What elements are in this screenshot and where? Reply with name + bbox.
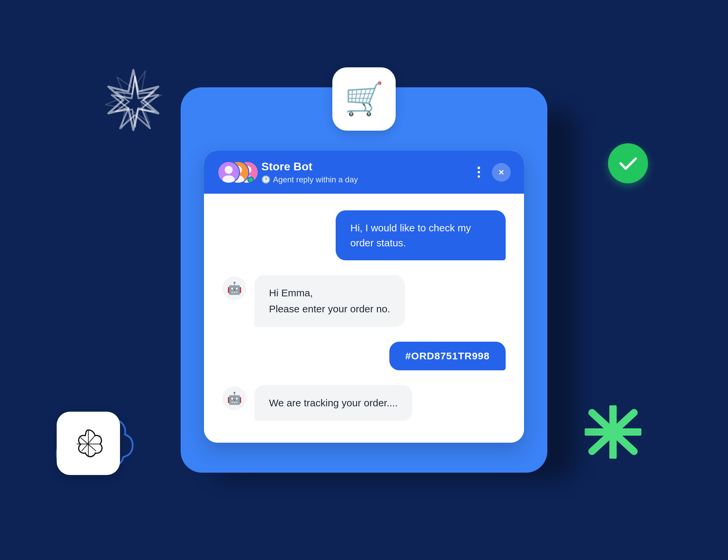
cart-emoji: 🛒 <box>344 80 384 118</box>
chat-header-left: Store Bot 🕐 Agent reply within a day <box>217 160 358 184</box>
svg-point-12 <box>225 166 233 174</box>
chat-messages: Hi, I would like to check my order statu… <box>204 194 524 443</box>
bubble-user-order: #ORD8751TR998 <box>389 342 506 370</box>
message-user-2: #ORD8751TR998 <box>222 342 506 370</box>
bot-info: Store Bot 🕐 Agent reply within a day <box>261 160 358 184</box>
close-button[interactable]: × <box>492 163 511 182</box>
chat-header-right: × <box>475 163 511 182</box>
clock-icon: 🕐 <box>261 175 270 184</box>
message-bot-2: 🤖 We are tracking your order.... <box>222 385 506 421</box>
message-bot-1: 🤖 Hi Emma, Please enter your order no. <box>222 275 506 327</box>
decorative-star-outline <box>100 67 167 135</box>
check-badge <box>608 143 648 183</box>
svg-marker-1 <box>100 67 167 133</box>
openai-badge <box>57 412 120 475</box>
bot-status: Agent reply within a day <box>273 175 358 184</box>
bot-status-row: 🕐 Agent reply within a day <box>261 175 358 184</box>
more-options-button[interactable] <box>475 164 483 180</box>
online-indicator <box>247 176 254 183</box>
cart-icon-wrapper: 🛒 <box>332 67 396 131</box>
bubble-user-1: Hi, I would like to check my order statu… <box>336 210 506 260</box>
bot-name: Store Bot <box>261 160 358 173</box>
chat-header: Store Bot 🕐 Agent reply within a day × <box>204 151 524 194</box>
svg-point-13 <box>223 175 235 184</box>
bubble-bot-2: We are tracking your order.... <box>254 385 412 421</box>
bot-avatar-1: 🤖 <box>222 276 246 300</box>
bot-avatar-2: 🤖 <box>222 386 246 410</box>
avatar-stack <box>217 161 254 184</box>
message-user-1: Hi, I would like to check my order statu… <box>222 210 506 260</box>
avatar-1 <box>217 161 240 184</box>
decorative-asterisk <box>585 405 641 460</box>
bubble-bot-1: Hi Emma, Please enter your order no. <box>254 275 405 327</box>
main-card: 🛒 <box>181 87 547 473</box>
chat-window: Store Bot 🕐 Agent reply within a day × <box>204 151 524 443</box>
